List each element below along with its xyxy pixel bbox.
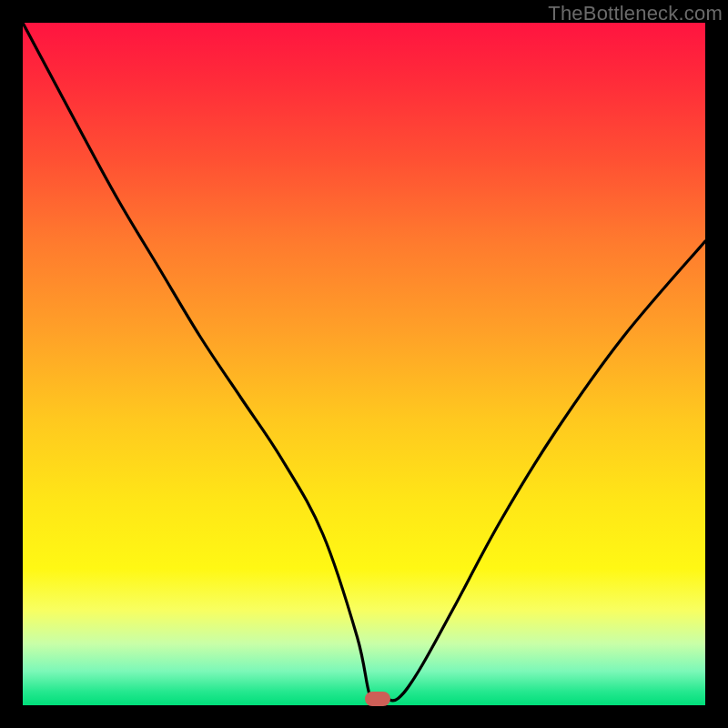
chart-frame: TheBottleneck.com [0, 0, 728, 728]
optimum-marker [365, 692, 390, 706]
bottleneck-curve [23, 23, 705, 705]
watermark-text: TheBottleneck.com [548, 2, 723, 25]
plot-area [23, 23, 705, 705]
